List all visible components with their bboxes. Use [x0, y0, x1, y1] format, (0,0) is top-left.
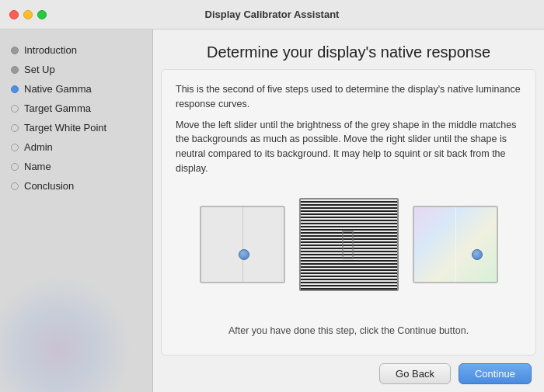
content-body: This is the second of five steps used to… [161, 69, 536, 356]
sidebar-dot-name [11, 163, 19, 171]
title-bar: Display Calibrator Assistant [0, 0, 544, 29]
close-button[interactable] [9, 10, 19, 19]
sidebar-label-introduction: Introduction [24, 44, 77, 56]
sidebar-item-native-gamma[interactable]: Native Gamma [0, 79, 152, 99]
sidebar-item-conclusion[interactable]: Conclusion [0, 176, 152, 196]
sidebar-label-conclusion: Conclusion [24, 180, 74, 192]
sidebar-label-native-gamma: Native Gamma [24, 83, 92, 95]
calibration-box-right [413, 206, 498, 283]
window-title: Display Calibrator Assistant [205, 9, 340, 20]
description-paragraph-2: Move the left slider until the brightnes… [176, 118, 521, 176]
left-slider-dot[interactable] [239, 249, 249, 260]
sidebar-item-target-gamma[interactable]: Target Gamma [0, 99, 152, 118]
sidebar-item-admin[interactable]: Admin [0, 137, 152, 157]
sidebar-label-target-gamma: Target Gamma [24, 102, 91, 114]
bottom-bar: Go Back Continue [153, 356, 544, 392]
calibration-images-row:  [176, 198, 521, 291]
calibration-box-left [200, 206, 285, 283]
apple-logo-box:  [299, 198, 399, 291]
sidebar-decoration [0, 276, 132, 392]
sidebar: Introduction Set Up Native Gamma Target … [0, 29, 153, 392]
sidebar-dot-target-gamma [11, 105, 19, 113]
sidebar-item-target-white-point[interactable]: Target White Point [0, 118, 152, 137]
go-back-button[interactable]: Go Back [379, 363, 451, 384]
continue-button[interactable]: Continue [459, 363, 532, 384]
page-title: Determine your display's native response [153, 29, 544, 69]
sidebar-dot-conclusion [11, 182, 19, 190]
sidebar-label-target-white-point: Target White Point [24, 122, 106, 134]
description-paragraph-1: This is the second of five steps used to… [176, 82, 521, 112]
after-text: After you have done this step, click the… [176, 325, 521, 342]
apple-logo-icon:  [340, 223, 356, 266]
sidebar-dot-native-gamma [11, 85, 19, 93]
description-text: This is the second of five steps used to… [176, 82, 521, 176]
sidebar-dot-set-up [11, 66, 19, 74]
sidebar-dot-introduction [11, 47, 19, 54]
maximize-button[interactable] [37, 10, 47, 19]
traffic-lights [9, 10, 47, 19]
main-layout: Introduction Set Up Native Gamma Target … [0, 29, 544, 392]
sidebar-item-introduction[interactable]: Introduction [0, 40, 152, 60]
sidebar-label-admin: Admin [24, 141, 53, 153]
sidebar-label-name: Name [24, 161, 51, 172]
sidebar-label-set-up: Set Up [24, 64, 55, 75]
minimize-button[interactable] [23, 10, 33, 19]
sidebar-dot-admin [11, 144, 19, 151]
sidebar-dot-target-white-point [11, 124, 19, 132]
sidebar-item-set-up[interactable]: Set Up [0, 60, 152, 79]
sidebar-item-name[interactable]: Name [0, 157, 152, 176]
right-slider-dot[interactable] [472, 249, 483, 260]
content-area: Determine your display's native response… [153, 29, 544, 392]
